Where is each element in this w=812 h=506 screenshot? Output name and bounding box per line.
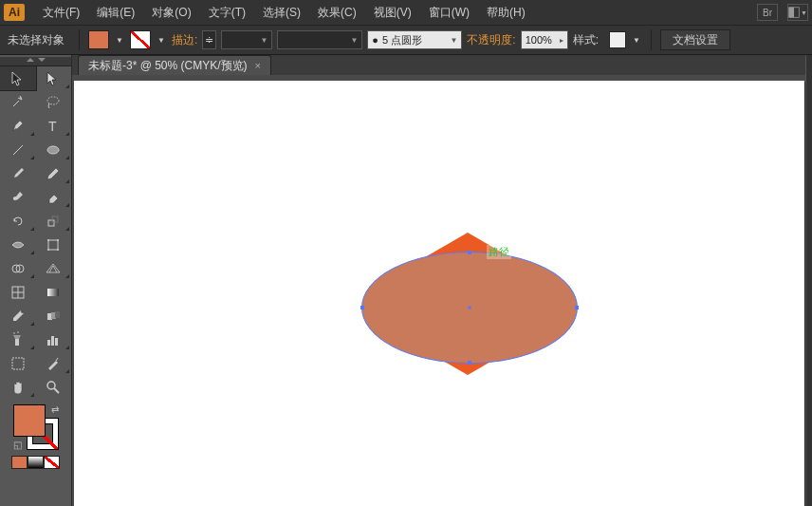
menu-effect[interactable]: 效果(C) xyxy=(309,5,365,21)
svg-point-13 xyxy=(57,249,59,251)
document-area: 未标题-3* @ 50% (CMYK/预览) × 路径 xyxy=(72,55,812,506)
shape-builder-tool[interactable] xyxy=(0,256,36,280)
document-tab-bar: 未标题-3* @ 50% (CMYK/预览) × xyxy=(72,55,812,75)
menu-help[interactable]: 帮助(H) xyxy=(478,5,534,21)
svg-rect-21 xyxy=(55,311,60,318)
graphic-style-swatch[interactable] xyxy=(609,31,626,48)
stroke-label: 描边: xyxy=(172,32,197,48)
control-bar: 未选择对象 ▼ ▼ 描边: ≑ ▼ ▼ ● 5 点圆形 ▼ 不透明度: 100%… xyxy=(0,26,812,55)
anchor-point[interactable] xyxy=(575,306,579,309)
magic-wand-tool[interactable] xyxy=(0,90,36,114)
collapsed-panel-dock[interactable] xyxy=(805,55,812,506)
menu-view[interactable]: 视图(V) xyxy=(365,5,420,21)
line-segment-tool[interactable] xyxy=(0,138,36,161)
style-label: 样式: xyxy=(573,32,599,48)
svg-point-18 xyxy=(21,309,25,313)
rotate-tool[interactable] xyxy=(0,209,36,233)
menu-window[interactable]: 窗口(W) xyxy=(420,5,478,21)
svg-rect-7 xyxy=(48,220,54,226)
tools-panel: T ⇄ xyxy=(0,55,72,506)
pen-tool[interactable] xyxy=(0,114,36,138)
eraser-tool[interactable] xyxy=(36,185,72,209)
mesh-tool[interactable] xyxy=(0,280,36,304)
arrange-docs-button[interactable]: ▼ xyxy=(787,4,808,21)
bridge-button[interactable]: Br xyxy=(757,4,778,21)
svg-rect-9 xyxy=(48,240,58,250)
svg-rect-27 xyxy=(55,338,58,346)
artboard-tool[interactable] xyxy=(0,351,36,375)
svg-point-10 xyxy=(47,239,49,241)
svg-point-2 xyxy=(20,97,22,99)
pencil-tool[interactable] xyxy=(36,161,72,185)
artboard[interactable]: 路径 xyxy=(74,81,804,506)
menu-edit[interactable]: 编辑(E) xyxy=(88,5,143,21)
menu-extras: Br ▼ xyxy=(757,4,808,21)
svg-rect-8 xyxy=(52,216,58,222)
selection-state-label: 未选择对象 xyxy=(8,32,65,48)
gradient-mode-button[interactable] xyxy=(28,456,44,469)
close-tab-icon[interactable]: × xyxy=(255,60,261,71)
default-fill-stroke-icon[interactable]: ◱ xyxy=(13,440,22,450)
svg-point-3 xyxy=(47,97,59,104)
anchor-point[interactable] xyxy=(468,251,471,254)
eyedropper-tool[interactable] xyxy=(0,304,36,328)
ellipse-tool[interactable] xyxy=(36,138,72,161)
document-setup-button[interactable]: 文档设置 xyxy=(660,29,730,50)
zoom-tool[interactable] xyxy=(36,375,72,399)
opacity-label: 不透明度: xyxy=(467,32,515,48)
type-tool[interactable]: T xyxy=(36,114,72,138)
column-graph-tool[interactable] xyxy=(36,328,72,351)
fill-indicator[interactable] xyxy=(13,404,46,437)
ellipse-shape[interactable] xyxy=(361,252,578,364)
variable-width-profile[interactable]: ▼ xyxy=(277,30,362,49)
tools-panel-grip[interactable] xyxy=(0,57,71,66)
opacity-field[interactable]: 100%▸ xyxy=(521,30,568,49)
svg-rect-25 xyxy=(47,340,50,346)
svg-text:T: T xyxy=(48,119,57,134)
blob-brush-tool[interactable] xyxy=(0,185,36,209)
fill-color-dropdown[interactable]: ▼ xyxy=(114,36,125,45)
hand-tool[interactable] xyxy=(0,375,36,399)
swap-fill-stroke-icon[interactable]: ⇄ xyxy=(51,404,59,415)
anchor-point[interactable] xyxy=(360,306,364,309)
lasso-tool[interactable] xyxy=(36,90,72,114)
width-tool[interactable] xyxy=(0,233,36,256)
selection-tool[interactable] xyxy=(0,66,36,90)
svg-rect-1 xyxy=(789,8,794,18)
fill-color-swatch[interactable] xyxy=(88,30,109,49)
divider xyxy=(79,29,80,50)
symbol-sprayer-tool[interactable] xyxy=(0,328,36,351)
scale-tool[interactable] xyxy=(36,209,72,233)
svg-line-30 xyxy=(54,388,59,393)
stroke-weight-stepper[interactable]: ≑ xyxy=(202,30,216,49)
graphic-style-dropdown[interactable]: ▼ xyxy=(631,36,642,45)
menu-type[interactable]: 文字(T) xyxy=(200,5,254,21)
stroke-weight-field[interactable]: ▼ xyxy=(221,30,272,49)
main-area: T ⇄ xyxy=(0,55,812,506)
stroke-color-dropdown[interactable]: ▼ xyxy=(156,36,167,45)
svg-point-24 xyxy=(17,331,19,333)
svg-rect-28 xyxy=(12,358,24,369)
stroke-color-swatch[interactable] xyxy=(130,30,151,49)
free-transform-tool[interactable] xyxy=(36,233,72,256)
menu-file[interactable]: 文件(F) xyxy=(34,5,88,21)
document-tab-title: 未标题-3* @ 50% (CMYK/预览) xyxy=(88,58,248,74)
anchor-point[interactable] xyxy=(468,361,471,365)
gradient-tool[interactable] xyxy=(36,280,72,304)
canvas-viewport[interactable]: 路径 xyxy=(72,75,812,506)
color-mode-button[interactable] xyxy=(11,456,28,469)
direct-selection-tool[interactable] xyxy=(36,66,72,90)
menu-select[interactable]: 选择(S) xyxy=(254,5,309,21)
svg-point-29 xyxy=(47,382,55,389)
slice-tool[interactable] xyxy=(36,351,72,375)
menu-object[interactable]: 对象(O) xyxy=(143,5,199,21)
paintbrush-tool[interactable] xyxy=(0,161,36,185)
perspective-grid-tool[interactable] xyxy=(36,256,72,280)
svg-rect-22 xyxy=(15,339,19,346)
svg-rect-17 xyxy=(47,289,59,296)
document-tab[interactable]: 未标题-3* @ 50% (CMYK/预览) × xyxy=(78,55,271,75)
none-mode-button[interactable] xyxy=(44,456,60,469)
blend-tool[interactable] xyxy=(36,304,72,328)
fill-stroke-indicator[interactable]: ⇄ ◱ xyxy=(13,404,59,450)
brush-definition[interactable]: ● 5 点圆形 ▼ xyxy=(367,30,462,49)
